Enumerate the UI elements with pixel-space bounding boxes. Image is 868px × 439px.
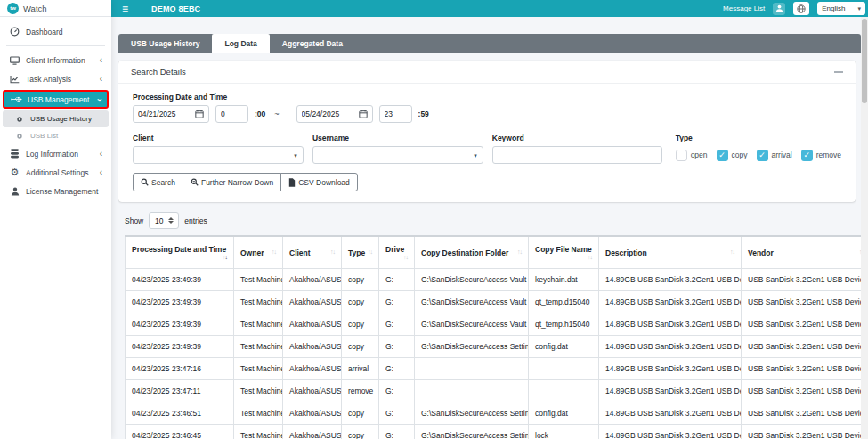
column-header-owner[interactable]: Owner↑↓ [234, 236, 283, 269]
globe-icon[interactable] [793, 2, 809, 15]
cell: USB SanDisk 3.2Gen1 USB Device [742, 269, 862, 291]
column-header-drive[interactable]: Drive↑↓ [379, 236, 415, 269]
cell: config.dat [529, 336, 599, 358]
hour-to-input[interactable] [379, 105, 412, 123]
client-select[interactable]: ▾ [133, 146, 304, 164]
checkbox-label: copy [732, 150, 748, 159]
cell: 04/23/2025 23:46:51 [126, 402, 234, 425]
language-label: English [822, 4, 845, 12]
table-row: 04/23/2025 23:49:39Test MachineAkakhoa/A… [126, 291, 862, 313]
cell: G:\SanDiskSecureAccess Settings [415, 425, 529, 439]
collapse-button[interactable] [834, 71, 843, 73]
column-label: Type [348, 248, 365, 257]
cell: USB SanDisk 3.2Gen1 USB Device [742, 336, 862, 358]
cell: Test Machine [234, 402, 283, 425]
sidebar-item-usb-management[interactable]: USB Management‹ [3, 90, 109, 109]
cell: G:\SanDiskSecureAccess Settings [415, 336, 529, 358]
client-label: Client [133, 134, 304, 142]
sidebar-item-log-information[interactable]: Log Information‹ [3, 144, 109, 163]
cell [415, 380, 529, 402]
tab-aggregated-data[interactable]: Aggregated Data [270, 34, 355, 53]
type-checkbox-remove[interactable]: ✓remove [801, 150, 841, 161]
user-icon[interactable] [773, 3, 785, 15]
username-label: Username [312, 134, 483, 142]
cell: G:\SanDiskSecureAccess Vault [415, 269, 529, 291]
cell: Akakhoa/ASUS [283, 291, 342, 313]
cell: USB SanDisk 3.2Gen1 USB Device [742, 358, 862, 380]
date-to-input[interactable] [302, 110, 353, 118]
calendar-icon[interactable] [359, 110, 368, 118]
cell: 14.89GB USB SanDisk 3.2Gen1 USB Device [599, 313, 742, 336]
date-to-field[interactable] [296, 105, 373, 123]
minute-from-label: :00 [255, 110, 265, 118]
search-panel: Search Details Processing Date and Time … [118, 61, 856, 202]
column-header-client[interactable]: Client↑↓ [283, 236, 342, 269]
hamburger-menu-icon[interactable]: ≡ [122, 4, 128, 14]
cell: 04/23/2025 23:49:39 [126, 336, 234, 358]
column-header-copy-destination-folder[interactable]: Copy Destination Folder↑↓ [415, 236, 529, 269]
cell: USB SanDisk 3.2Gen1 USB Device [742, 425, 862, 439]
sidebar-item-client-information[interactable]: Client Information‹ [3, 51, 109, 69]
show-entries-select[interactable]: 10 [149, 212, 179, 229]
chevron-down-icon: ‹ [94, 98, 103, 101]
column-header-processing-date-and-time[interactable]: Processing Date and Time↑↓ [126, 236, 234, 269]
cell: Test Machine [234, 358, 283, 380]
keyword-label: Keyword [492, 134, 662, 142]
sidebar-item-usb-list[interactable]: USB List [3, 127, 109, 144]
date-from-input[interactable] [138, 110, 190, 118]
keyword-input[interactable] [492, 146, 662, 164]
cell: USB SanDisk 3.2Gen1 USB Device [742, 402, 862, 425]
username-select[interactable]: ▾ [312, 146, 483, 164]
sort-icon: ↑↓ [730, 248, 734, 255]
message-list-link[interactable]: Message List [723, 4, 765, 12]
scrollbar-thumb[interactable] [862, 19, 867, 103]
table-row: 04/23/2025 23:46:45Test MachineAkakhoa/A… [126, 425, 862, 439]
sort-icon: ↑↓ [588, 254, 592, 260]
sidebar-item-usb-usage-history[interactable]: USB Usage History [3, 110, 109, 127]
hour-from-input[interactable] [215, 105, 248, 123]
sidebar-item-license-management[interactable]: License Management [3, 182, 109, 200]
chevron-left-icon: ‹ [100, 168, 102, 177]
cell: copy [342, 402, 379, 425]
type-checkbox-open[interactable]: open [676, 150, 708, 161]
date-from-field[interactable] [133, 105, 209, 123]
cell: Akakhoa/ASUS [283, 336, 342, 358]
chevron-left-icon: ‹ [100, 150, 102, 159]
cell: Akakhoa/ASUS [283, 402, 342, 425]
column-header-copy-file-name[interactable]: Copy File Name↑↓ [529, 236, 599, 269]
cell: qt_temp.h15040 [529, 313, 599, 336]
sidebar-divider [6, 45, 105, 46]
cell: Test Machine [234, 425, 283, 439]
sidebar-item-additional-settings[interactable]: ⚙Additional Settings‹ [3, 163, 109, 182]
search-button[interactable]: Search [133, 173, 183, 191]
spinner-icon [168, 217, 174, 224]
minute-to-label: :59 [418, 110, 429, 118]
cell: 04/23/2025 23:49:39 [126, 269, 234, 291]
tab-usb-usage-history[interactable]: USB Usage History [118, 34, 212, 53]
tab-log-data[interactable]: Log Data [212, 34, 269, 53]
type-checkbox-arrival[interactable]: ✓arrival [757, 150, 792, 161]
sidebar-item-task-analysis[interactable]: Task Analysis‹ [3, 69, 109, 88]
calendar-icon[interactable] [195, 110, 204, 118]
log-table-wrapper: Processing Date and Time↑↓Owner↑↓Client↑… [125, 235, 861, 439]
column-header-vendor[interactable]: Vendor↑↓ [742, 236, 862, 269]
sidebar-item-dashboard[interactable]: Dashboard [3, 22, 109, 41]
cell [415, 358, 529, 380]
type-label: Type [676, 134, 841, 142]
csv-download-button[interactable]: CSV Download [280, 173, 358, 191]
cell: arrival [342, 358, 379, 380]
further-narrow-down-button[interactable]: Further Narrow Down [183, 173, 281, 191]
column-header-type[interactable]: Type↑↓ [342, 236, 379, 269]
type-checkbox-copy[interactable]: ✓copy [717, 150, 748, 161]
cell: G:\SanDiskSecureAccess Vault [415, 313, 529, 336]
language-select[interactable]: English ▾ [817, 2, 865, 15]
cell: copy [342, 291, 379, 313]
scrollbar[interactable] [861, 17, 868, 439]
database-icon [9, 149, 20, 159]
column-header-description[interactable]: Description↑↓ [599, 236, 742, 269]
cell: G: [379, 358, 415, 380]
brand[interactable]: tw Watch [0, 0, 111, 17]
column-label: Processing Date and Time [132, 245, 226, 254]
entries-label: entries [184, 216, 207, 225]
narrow-button-label: Further Narrow Down [201, 178, 273, 187]
